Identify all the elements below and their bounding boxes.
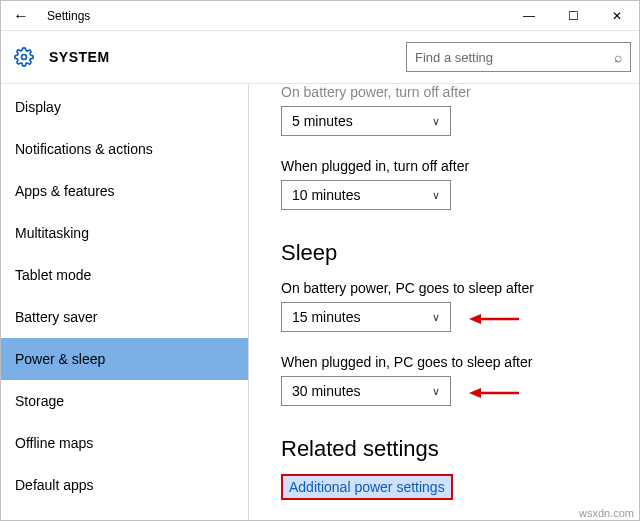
sidebar-item-label: Default apps <box>15 477 94 493</box>
sidebar-item-default-apps[interactable]: Default apps <box>1 464 248 506</box>
sidebar-item-apps-features[interactable]: Apps & features <box>1 170 248 212</box>
related-heading: Related settings <box>281 436 619 462</box>
sidebar-item-display[interactable]: Display <box>1 86 248 128</box>
back-icon: ← <box>13 7 29 25</box>
sidebar-item-offline-maps[interactable]: Offline maps <box>1 422 248 464</box>
body: DisplayNotifications & actionsApps & fea… <box>1 83 639 520</box>
sidebar-item-label: Offline maps <box>15 435 93 451</box>
sidebar-item-battery-saver[interactable]: Battery saver <box>1 296 248 338</box>
settings-window: ← Settings — ☐ ✕ SYSTEM Find a setting ⌕… <box>0 0 640 521</box>
search-placeholder: Find a setting <box>415 50 614 65</box>
screen-plugged-value: 10 minutes <box>292 187 360 203</box>
svg-point-0 <box>22 55 27 60</box>
search-input[interactable]: Find a setting ⌕ <box>406 42 631 72</box>
sidebar-item-label: About <box>15 519 52 520</box>
sleep-plugged-value: 30 minutes <box>292 383 360 399</box>
sidebar-item-multitasking[interactable]: Multitasking <box>1 212 248 254</box>
sidebar-item-power-sleep[interactable]: Power & sleep <box>1 338 248 380</box>
close-button[interactable]: ✕ <box>595 1 639 31</box>
back-button[interactable]: ← <box>1 1 41 31</box>
additional-power-settings-highlight: Additional power settings <box>281 474 453 500</box>
svg-marker-4 <box>469 388 481 398</box>
chevron-down-icon: ∨ <box>432 385 440 398</box>
sleep-plugged-dropdown[interactable]: 30 minutes ∨ <box>281 376 451 406</box>
screen-plugged-dropdown[interactable]: 10 minutes ∨ <box>281 180 451 210</box>
annotation-arrow-icon <box>469 310 519 328</box>
page-title: SYSTEM <box>49 49 406 65</box>
search-icon: ⌕ <box>614 49 622 65</box>
titlebar: ← Settings — ☐ ✕ <box>1 1 639 31</box>
sidebar-item-storage[interactable]: Storage <box>1 380 248 422</box>
header: SYSTEM Find a setting ⌕ <box>1 31 639 83</box>
screen-battery-dropdown[interactable]: 5 minutes ∨ <box>281 106 451 136</box>
sidebar-item-label: Tablet mode <box>15 267 91 283</box>
svg-marker-2 <box>469 314 481 324</box>
sidebar-item-label: Power & sleep <box>15 351 105 367</box>
sidebar-item-notifications-actions[interactable]: Notifications & actions <box>1 128 248 170</box>
sleep-battery-label: On battery power, PC goes to sleep after <box>281 280 619 296</box>
screen-battery-label-truncated: On battery power, turn off after <box>281 84 619 100</box>
sleep-plugged-label: When plugged in, PC goes to sleep after <box>281 354 619 370</box>
window-title: Settings <box>41 9 507 23</box>
chevron-down-icon: ∨ <box>432 189 440 202</box>
sleep-battery-dropdown[interactable]: 15 minutes ∨ <box>281 302 451 332</box>
sidebar-item-label: Apps & features <box>15 183 115 199</box>
screen-battery-value: 5 minutes <box>292 113 353 129</box>
minimize-icon: — <box>523 9 535 23</box>
window-controls: — ☐ ✕ <box>507 1 639 31</box>
sidebar-item-tablet-mode[interactable]: Tablet mode <box>1 254 248 296</box>
sidebar-item-about[interactable]: About <box>1 506 248 520</box>
screen-plugged-label: When plugged in, turn off after <box>281 158 619 174</box>
maximize-icon: ☐ <box>568 9 579 23</box>
chevron-down-icon: ∨ <box>432 311 440 324</box>
content-pane[interactable]: On battery power, turn off after 5 minut… <box>249 84 639 520</box>
sleep-battery-value: 15 minutes <box>292 309 360 325</box>
sidebar[interactable]: DisplayNotifications & actionsApps & fea… <box>1 84 249 520</box>
additional-power-settings-link[interactable]: Additional power settings <box>289 479 445 495</box>
maximize-button[interactable]: ☐ <box>551 1 595 31</box>
sidebar-item-label: Display <box>15 99 61 115</box>
annotation-arrow-icon <box>469 384 519 402</box>
chevron-down-icon: ∨ <box>432 115 440 128</box>
gear-icon <box>13 46 35 68</box>
sidebar-item-label: Storage <box>15 393 64 409</box>
sidebar-item-label: Battery saver <box>15 309 97 325</box>
sidebar-item-label: Notifications & actions <box>15 141 153 157</box>
sleep-heading: Sleep <box>281 240 619 266</box>
close-icon: ✕ <box>612 9 622 23</box>
minimize-button[interactable]: — <box>507 1 551 31</box>
sidebar-item-label: Multitasking <box>15 225 89 241</box>
